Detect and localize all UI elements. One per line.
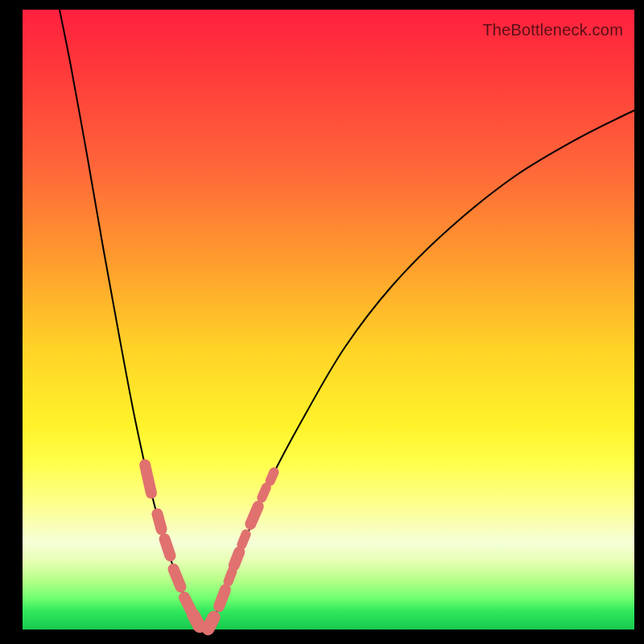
marker-11 xyxy=(250,506,258,524)
marker-7 xyxy=(219,590,225,607)
marker-8 xyxy=(229,571,233,581)
marker-12 xyxy=(262,488,266,498)
series-left-curve xyxy=(60,10,198,621)
marker-9 xyxy=(234,552,240,566)
marker-0 xyxy=(145,464,151,493)
marker-1 xyxy=(157,514,161,529)
marker-6 xyxy=(208,617,213,629)
marker-5 xyxy=(193,615,200,626)
chart-markers-group xyxy=(145,464,274,629)
marker-2 xyxy=(165,539,171,556)
marker-3 xyxy=(174,569,181,587)
chart-plot-area: TheBottleneck.com xyxy=(23,10,634,630)
series-right-curve xyxy=(212,110,634,621)
chart-series-group xyxy=(60,10,634,621)
marker-4 xyxy=(184,597,191,610)
chart-frame: TheBottleneck.com xyxy=(0,0,644,644)
marker-10 xyxy=(242,535,246,545)
marker-13 xyxy=(270,473,275,481)
chart-svg xyxy=(23,10,634,630)
